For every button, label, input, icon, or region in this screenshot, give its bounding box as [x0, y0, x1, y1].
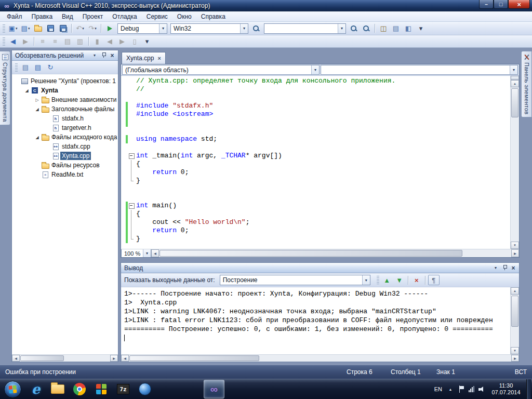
code-line[interactable]: return 0;: [121, 168, 510, 177]
menu-item[interactable]: Справка: [196, 12, 230, 21]
prev-message-icon[interactable]: ▲: [381, 275, 393, 285]
taskbar-media-app-button[interactable]: [135, 380, 155, 398]
menu-item[interactable]: Проект: [78, 12, 108, 21]
code-line[interactable]: [121, 118, 510, 127]
member-combo[interactable]: [321, 65, 518, 75]
output-caret-line[interactable]: [124, 334, 510, 342]
find-symbol-icon[interactable]: [250, 23, 262, 34]
dropdown-arrow-icon[interactable]: [159, 24, 167, 33]
expand-icon[interactable]: ▷: [34, 98, 41, 102]
scroll-right-icon[interactable]: [511, 249, 519, 257]
tree-item[interactable]: ≡ReadMe.txt: [12, 170, 118, 179]
toolbar-overflow-icon[interactable]: ▾: [141, 36, 153, 47]
scrollbar-thumb[interactable]: [20, 355, 64, 361]
navigate-back-icon[interactable]: ◀: [7, 36, 19, 47]
dropdown-arrow-icon[interactable]: [143, 249, 151, 257]
open-file-icon[interactable]: [32, 23, 44, 34]
new-project-icon[interactable]: ▣▾: [7, 23, 19, 34]
close-button[interactable]: [508, 0, 530, 9]
toolbox-icon[interactable]: ◧: [403, 23, 414, 34]
menu-item[interactable]: Файл: [2, 12, 27, 21]
redo-icon[interactable]: ↷▾: [87, 23, 98, 34]
toolbar-grip[interactable]: [377, 276, 379, 284]
solution-explorer-icon[interactable]: ◫: [378, 23, 389, 34]
output-text[interactable]: 1>------ Построение начато: проект: Xynt…: [121, 287, 510, 354]
code-line[interactable]: cout << "Hello world\n";: [121, 218, 510, 227]
scrollbar-thumb[interactable]: [159, 250, 462, 257]
output-line[interactable]: 1>LINK : warning LNK4067: неоднозначная …: [124, 307, 510, 316]
dropdown-arrow-icon[interactable]: [510, 65, 517, 74]
output-line[interactable]: 1> Xynta.cpp: [124, 298, 510, 307]
scroll-up-icon[interactable]: [511, 287, 519, 295]
menu-item[interactable]: Вид: [57, 12, 78, 21]
taskbar-visual-studio-button[interactable]: ∞: [204, 380, 224, 398]
scrollbar-track[interactable]: [20, 355, 110, 362]
scroll-left-icon[interactable]: [121, 355, 129, 362]
volume-icon[interactable]: [478, 386, 486, 393]
toolbar-grip[interactable]: [3, 24, 5, 33]
scroll-down-icon[interactable]: [511, 347, 519, 354]
network-icon[interactable]: [469, 386, 474, 392]
zoom-combo[interactable]: 100 %: [121, 249, 151, 257]
output-line[interactable]: ========== Построение: успешно: 0, с оши…: [124, 325, 510, 334]
tree-item[interactable]: ◢Заголовочные файлы: [12, 104, 118, 114]
code-line[interactable]: return 0;: [121, 227, 510, 235]
start-debugging-icon[interactable]: [104, 23, 115, 34]
output-source-combo[interactable]: Построение: [220, 275, 370, 285]
scroll-left-icon[interactable]: [151, 249, 159, 257]
autohide-tab-toolbox[interactable]: Панель элементов: [521, 51, 531, 117]
next-message-icon[interactable]: ▼: [394, 275, 405, 285]
language-indicator[interactable]: EN: [434, 386, 442, 392]
tree-item[interactable]: htargetver.h: [12, 123, 118, 132]
comment-selection-icon[interactable]: ▤: [62, 36, 73, 47]
clock[interactable]: 11:30 07.07.2014: [490, 382, 522, 396]
tree-item[interactable]: hstdafx.h: [12, 114, 118, 123]
collapse-icon[interactable]: ◢: [34, 107, 41, 112]
quick-find-icon[interactable]: [348, 23, 360, 34]
menu-item[interactable]: Отладка: [108, 12, 141, 21]
navigate-forward-icon[interactable]: ▶: [20, 36, 31, 47]
dropdown-arrow-icon[interactable]: ▾: [16, 26, 18, 31]
splitter-handle[interactable]: [511, 76, 519, 80]
menu-item[interactable]: Сервис: [142, 12, 172, 21]
clear-bookmarks-icon[interactable]: ▯: [129, 36, 140, 47]
scrollbar-thumb[interactable]: [511, 88, 518, 117]
tree-item[interactable]: Решение "Xynta" (проектов: 1: [12, 76, 118, 86]
solution-explorer-horizontal-scrollbar[interactable]: [12, 354, 118, 362]
scroll-down-icon[interactable]: [511, 242, 519, 249]
tree-item[interactable]: Файлы ресурсов: [12, 161, 118, 170]
code-line[interactable]: int _tmain(int argc, _TCHAR* argv[]): [121, 152, 510, 160]
toggle-bookmark-icon[interactable]: ▮: [91, 36, 103, 47]
taskbar-windows-app-button[interactable]: [91, 380, 112, 398]
tree-item[interactable]: ◢Файлы исходного кода: [12, 132, 118, 142]
undo-icon[interactable]: ↶▾: [74, 23, 86, 34]
collapse-icon[interactable]: ◢: [34, 135, 41, 140]
word-wrap-icon[interactable]: ¶: [428, 275, 440, 285]
code-line[interactable]: [121, 193, 510, 202]
output-horizontal-scrollbar[interactable]: [121, 354, 519, 362]
pin-icon[interactable]: [99, 51, 108, 59]
collapse-box-icon[interactable]: [128, 152, 136, 160]
code-line[interactable]: }: [121, 235, 510, 243]
close-panel-icon[interactable]: [108, 51, 116, 59]
code-line[interactable]: #include "stdafx.h": [121, 102, 510, 110]
dropdown-arrow-icon[interactable]: ▾: [95, 26, 97, 31]
show-desktop-button[interactable]: [526, 379, 531, 399]
taskbar-internet-explorer-button[interactable]: e: [25, 380, 46, 398]
dropdown-arrow-icon[interactable]: [311, 65, 319, 74]
properties-icon[interactable]: ▤: [20, 62, 31, 73]
output-line[interactable]: 1>------ Построение начато: проект: Xynt…: [124, 289, 510, 298]
code-line[interactable]: #include <iostream>: [121, 110, 510, 118]
scroll-up-icon[interactable]: [511, 80, 519, 87]
scroll-right-icon[interactable]: [110, 355, 118, 362]
find-combo[interactable]: [264, 23, 346, 34]
title-bar[interactable]: Xynta - Microsoft Visual C++ 2010, экспр…: [0, 0, 532, 11]
code-line[interactable]: // Xynta.cpp: определяет точку входа для…: [121, 77, 510, 85]
scroll-right-icon[interactable]: [511, 355, 519, 362]
taskbar-7zip-button[interactable]: 7z: [113, 380, 134, 398]
dropdown-arrow-icon[interactable]: [240, 24, 248, 33]
minimize-button[interactable]: [479, 0, 494, 9]
code-line[interactable]: //: [121, 85, 510, 94]
code-line[interactable]: [121, 127, 510, 135]
find-in-files-icon[interactable]: [361, 23, 372, 34]
